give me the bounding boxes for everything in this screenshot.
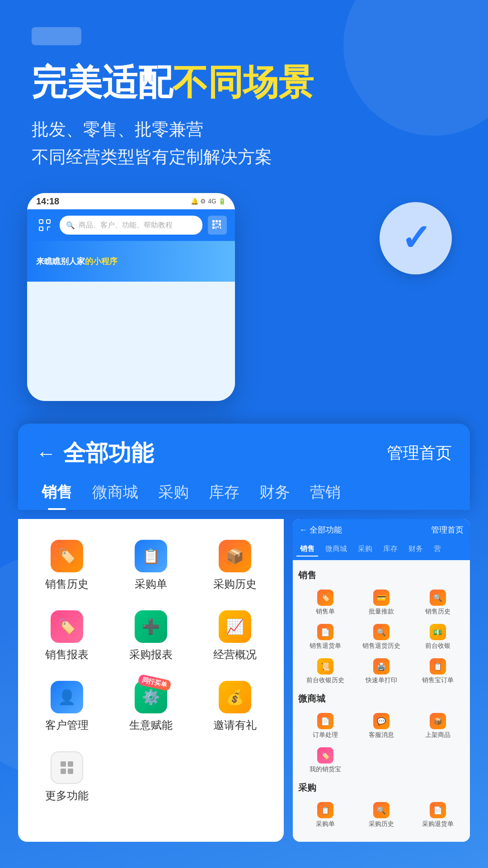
list-item[interactable]: 📄 订单处理 xyxy=(298,710,352,742)
mini-order-process-label: 订单处理 xyxy=(313,731,338,739)
phone-search-box[interactable]: 🔍 商品、客户、功能、帮助教程 xyxy=(60,216,202,235)
mini-my-store-icon: 🏷️ xyxy=(317,747,333,764)
mini-tab-finance[interactable]: 财务 xyxy=(405,542,427,557)
panel-back-arrow[interactable]: ← xyxy=(36,443,56,463)
list-item[interactable]: 🖨️ 快速单打印 xyxy=(355,656,408,687)
list-item[interactable]: ⚙️ 同行买单 生意赋能 xyxy=(111,674,191,740)
tab-finance[interactable]: 财务 xyxy=(249,477,300,510)
mini-manage-label[interactable]: 管理首页 xyxy=(431,524,464,535)
mini-return-hist-label: 销售退货历史 xyxy=(362,642,400,650)
mini-sales-order-icon: 🏷️ xyxy=(317,590,333,606)
purchase-report-icon: ➕ xyxy=(135,610,167,643)
mini-my-store-label: 我的销货宝 xyxy=(310,765,341,774)
page-wrapper: 完美适配不同场景 批发、零售、批零兼营 不同经营类型皆有定制解决方案 14:18… xyxy=(0,0,488,868)
check-mark: ✓ xyxy=(401,220,431,256)
list-item[interactable]: 🔍 销售历史 xyxy=(411,587,465,618)
list-item[interactable]: 更多功能 xyxy=(27,744,107,810)
svg-rect-11 xyxy=(219,223,221,226)
mini-tab-sales[interactable]: 销售 xyxy=(296,542,318,557)
list-item[interactable]: 💰 邀请有礼 xyxy=(195,674,275,740)
mini-header-left: ← 全部功能 xyxy=(299,524,342,535)
mini-treasure-order-label: 销售宝订单 xyxy=(422,676,454,684)
mini-tab-purchase[interactable]: 采购 xyxy=(354,542,376,557)
business-empower-label: 生意赋能 xyxy=(129,718,173,732)
mini-tab-micro[interactable]: 微商城 xyxy=(322,542,351,557)
mini-tab-inventory[interactable]: 库存 xyxy=(380,542,401,557)
tab-sales[interactable]: 销售 xyxy=(32,477,82,510)
list-item[interactable]: 🏷️ 我的销货宝 xyxy=(298,745,352,776)
list-item[interactable]: 🔍 销售退货历史 xyxy=(355,621,408,653)
list-item[interactable]: 📦 上架商品 xyxy=(411,710,465,742)
business-overview-icon: 📈 xyxy=(219,610,251,643)
mini-treasure-order-icon: 📋 xyxy=(430,658,446,675)
tab-purchase[interactable]: 采购 xyxy=(148,477,199,510)
mini-content: 销售 🏷️ 销售单 💳 批量推款 🔍 销售历史 📄 xyxy=(293,560,470,842)
list-item[interactable]: 📦 采购历史 xyxy=(195,533,275,599)
banner-highlight: 的小程序 xyxy=(85,257,117,266)
feature-grid: 🏷️ 销售历史 📋 采购单 📦 采购历史 🏷️ 销售报表 ➕ xyxy=(27,528,275,815)
phone-banner: 来瞧瞧别人家的小程序 xyxy=(27,241,235,282)
list-item[interactable]: 🔍 采购历史 xyxy=(355,799,408,831)
list-item[interactable]: 📋 采购单 xyxy=(298,799,352,831)
list-item[interactable]: 📄 采购退货单 xyxy=(411,799,465,831)
panel-header: ← 全部功能 管理首页 xyxy=(18,424,470,468)
mini-purchase-return-label: 采购退货单 xyxy=(422,820,454,828)
list-item[interactable]: 📄 销售退货单 xyxy=(298,621,352,653)
invite-gift-icon: 💰 xyxy=(219,681,251,713)
mini-batch-push-icon: 💳 xyxy=(373,590,389,606)
svg-rect-16 xyxy=(61,761,66,767)
feature-panel: ← 全部功能 管理首页 销售 微商城 采购 库存 财务 营销 xyxy=(18,424,470,510)
tab-marketing[interactable]: 营销 xyxy=(300,477,351,510)
phone-search-text: 商品、客户、功能、帮助教程 xyxy=(79,221,173,230)
mini-return-order-label: 销售退货单 xyxy=(310,642,341,650)
mini-purchase-hist-icon: 🔍 xyxy=(373,802,389,818)
svg-rect-6 xyxy=(216,220,218,222)
mini-batch-push-label: 批量推款 xyxy=(369,608,394,616)
panel-title: 全部功能 xyxy=(63,438,154,468)
list-item[interactable]: 👤 客户管理 xyxy=(27,674,107,740)
list-item[interactable]: 🏷️ 销售单 xyxy=(298,587,352,618)
list-item[interactable]: 📈 经营概况 xyxy=(195,603,275,669)
mini-purchase-hist-label: 采购历史 xyxy=(369,820,394,828)
list-item[interactable]: 💵 前台收银 xyxy=(411,621,465,653)
svg-rect-7 xyxy=(212,223,215,226)
left-feature-screen: 🏷️ 销售历史 📋 采购单 📦 采购历史 🏷️ 销售报表 ➕ xyxy=(18,519,284,842)
subtitle-line2: 不同经营类型皆有定制解决方案 xyxy=(32,143,456,171)
list-item[interactable]: 💳 批量推款 xyxy=(355,587,408,618)
mini-tabs: 销售 微商城 采购 库存 财务 营 xyxy=(293,541,470,560)
phone-time: 14:18 xyxy=(36,196,59,207)
list-item[interactable]: 📋 销售宝订单 xyxy=(411,656,465,687)
mini-purchase-return-icon: 📄 xyxy=(430,802,446,818)
mini-print-label: 快速单打印 xyxy=(366,676,397,684)
right-mini-screen: ← 全部功能 管理首页 销售 微商城 采购 库存 财务 营 销售 🏷️ 销售单 xyxy=(293,519,470,842)
header-area: 完美适配不同场景 批发、零售、批零兼营 不同经营类型皆有定制解决方案 xyxy=(0,0,488,170)
mini-cashier-icon: 💵 xyxy=(430,624,446,640)
tab-inventory[interactable]: 库存 xyxy=(199,477,249,510)
bottom-decor xyxy=(0,842,488,860)
mini-back-arrow[interactable]: ← 全部功能 xyxy=(299,524,342,535)
svg-rect-19 xyxy=(68,769,73,774)
mini-sales-grid: 🏷️ 销售单 💳 批量推款 🔍 销售历史 📄 销售退货单 xyxy=(298,587,465,687)
purchase-history-label: 采购历史 xyxy=(213,577,257,591)
mini-sales-hist-icon: 🔍 xyxy=(430,590,446,606)
svg-rect-18 xyxy=(61,769,66,774)
more-features-icon xyxy=(51,751,83,784)
purchase-history-icon: 📦 xyxy=(219,540,251,572)
list-item[interactable]: ➕ 采购报表 xyxy=(111,603,191,669)
list-item[interactable]: 📋 采购单 xyxy=(111,533,191,599)
mini-cashier-label: 前台收银 xyxy=(425,642,450,650)
list-item[interactable]: 🏷️ 销售报表 xyxy=(27,603,107,669)
customer-mgmt-icon: 👤 xyxy=(51,681,83,713)
svg-rect-0 xyxy=(39,220,43,223)
svg-rect-8 xyxy=(216,223,216,224)
tab-micro-mall[interactable]: 微商城 xyxy=(82,477,148,510)
customer-mgmt-label: 客户管理 xyxy=(45,718,89,732)
mini-tab-marketing[interactable]: 营 xyxy=(430,542,445,557)
svg-rect-10 xyxy=(217,223,218,224)
panel-manage-label[interactable]: 管理首页 xyxy=(387,442,452,464)
mini-sales-order-label: 销售单 xyxy=(316,608,335,616)
list-item[interactable]: 💬 客服消息 xyxy=(355,710,408,742)
list-item[interactable]: 🏷️ 销售历史 xyxy=(27,533,107,599)
mini-return-hist-icon: 🔍 xyxy=(373,624,389,640)
list-item[interactable]: 📜 前台收银历史 xyxy=(298,656,352,687)
